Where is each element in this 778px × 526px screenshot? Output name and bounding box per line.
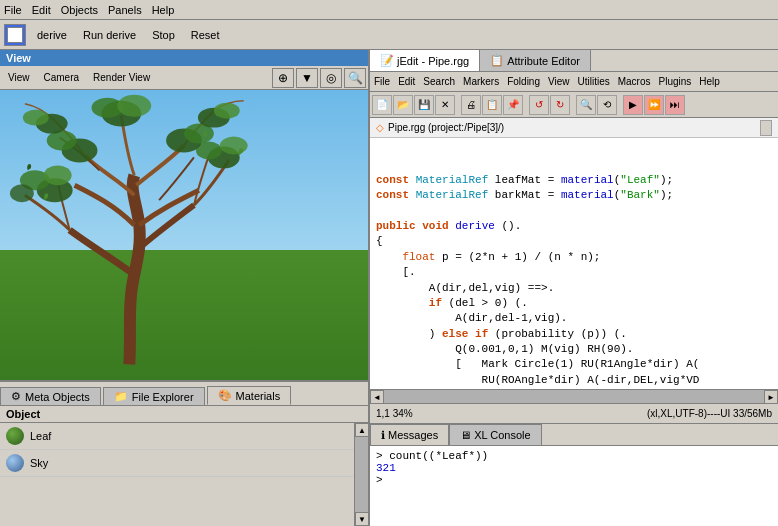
rmenu-macros[interactable]: Macros [618, 76, 651, 87]
search-icon[interactable]: 🔍 [344, 68, 366, 88]
scroll-down-button[interactable]: ▼ [355, 512, 368, 526]
redo-button[interactable]: ↻ [550, 95, 570, 115]
down-icon[interactable]: ▼ [296, 68, 318, 88]
rmenu-view[interactable]: View [548, 76, 570, 87]
console-icon: 🖥 [460, 429, 471, 441]
rmenu-markers[interactable]: Markers [463, 76, 499, 87]
tab-meta-objects[interactable]: ⚙ Meta Objects [0, 387, 101, 405]
status-bar: 1,1 34% (xl,XL,UTF-8)----UI 33/56Mb [370, 403, 778, 423]
objects-list-inner: Leaf Sky [0, 423, 354, 526]
right-toolbar: 📄 📂 💾 ✕ 🖨 📋 📌 ↺ ↻ 🔍 ⟲ ▶ ⏩ ⏭ [370, 92, 778, 118]
leaf-sphere-icon [6, 427, 24, 445]
tab-attribute-editor[interactable]: 📋 Attribute Editor [480, 50, 591, 71]
console-line-3: > [376, 474, 772, 486]
objects-list: Leaf Sky ▲ ▼ [0, 423, 368, 526]
right-panel: 📝 jEdit - Pipe.rgg 📋 Attribute Editor Fi… [370, 50, 778, 526]
meta-objects-icon: ⚙ [11, 390, 21, 403]
status-encoding: (xl,XL,UTF-8)----UI 33/56Mb [647, 408, 772, 419]
list-item[interactable]: Sky [0, 450, 354, 477]
toolbar-separator-3 [571, 95, 575, 115]
code-editor[interactable]: const MaterialRef leafMat = material("Le… [370, 138, 778, 389]
attr-editor-icon: 📋 [490, 54, 504, 67]
toolbar-separator-2 [524, 95, 528, 115]
derive-button[interactable]: derive [32, 26, 72, 44]
main-toolbar: derive Run derive Stop Reset [0, 20, 778, 50]
sky-label: Sky [30, 457, 48, 469]
tab-xl-console[interactable]: 🖥 XL Console [449, 424, 541, 445]
save-file-button[interactable]: 💾 [414, 95, 434, 115]
rmenu-edit[interactable]: Edit [398, 76, 415, 87]
objects-header: Object [0, 406, 368, 423]
view-nav-camera[interactable]: Camera [38, 70, 86, 85]
stop-button[interactable]: Stop [147, 26, 180, 44]
jedit-tab-icon: 📝 [380, 54, 394, 67]
svg-point-6 [220, 137, 248, 155]
rmenu-folding[interactable]: Folding [507, 76, 540, 87]
debug-button[interactable]: ⏩ [644, 95, 664, 115]
close-file-button[interactable]: ✕ [435, 95, 455, 115]
run-button[interactable]: ▶ [623, 95, 643, 115]
undo-button[interactable]: ↺ [529, 95, 549, 115]
menu-help[interactable]: Help [152, 4, 175, 16]
horizontal-scrollbar[interactable]: ◄ ► [370, 389, 778, 403]
rmenu-plugins[interactable]: Plugins [659, 76, 692, 87]
left-tab-bar: ⚙ Meta Objects 📁 File Explorer 🎨 Materia… [0, 382, 368, 406]
viewport-canvas [0, 90, 368, 380]
scroll-right-button[interactable]: ► [764, 390, 778, 404]
file-path-scroll[interactable] [760, 120, 772, 136]
menu-objects[interactable]: Objects [61, 4, 98, 16]
status-position: 1,1 34% [376, 408, 637, 419]
tab-file-explorer[interactable]: 📁 File Explorer [103, 387, 205, 405]
scroll-track [355, 437, 368, 512]
svg-point-8 [47, 131, 77, 151]
scroll-up-button[interactable]: ▲ [355, 423, 368, 437]
replace-button[interactable]: ⟲ [597, 95, 617, 115]
console-area[interactable]: > count((*Leaf*)) 321 > [370, 446, 778, 526]
materials-icon: 🎨 [218, 389, 232, 402]
search-button[interactable]: 🔍 [576, 95, 596, 115]
tab-jedit[interactable]: 📝 jEdit - Pipe.rgg [370, 50, 480, 71]
menu-file[interactable]: File [4, 4, 22, 16]
run-derive-button[interactable]: Run derive [78, 26, 141, 44]
tab-materials[interactable]: 🎨 Materials [207, 386, 292, 405]
rmenu-search[interactable]: Search [423, 76, 455, 87]
reset-button[interactable]: Reset [186, 26, 225, 44]
sky-sphere-icon [6, 454, 24, 472]
file-explorer-icon: 📁 [114, 390, 128, 403]
open-file-button[interactable]: 📂 [393, 95, 413, 115]
list-item[interactable]: Leaf [0, 423, 354, 450]
view-toolbar: View Camera Render View ⊕ ▼ ◎ 🔍 [0, 66, 368, 90]
view-nav-render[interactable]: Render View [87, 70, 156, 85]
headset-icon[interactable]: ◎ [320, 68, 342, 88]
h-scroll-track [384, 390, 764, 403]
rmenu-file[interactable]: File [374, 76, 390, 87]
rmenu-help[interactable]: Help [699, 76, 720, 87]
diamond-icon: ◇ [376, 122, 384, 133]
paste-button[interactable]: 📌 [503, 95, 523, 115]
new-file-button[interactable]: 📄 [372, 95, 392, 115]
vertical-scrollbar[interactable]: ▲ ▼ [354, 423, 368, 526]
move-icon[interactable]: ⊕ [272, 68, 294, 88]
copy-button[interactable]: 📋 [482, 95, 502, 115]
svg-point-3 [44, 165, 72, 185]
svg-point-10 [23, 110, 49, 126]
view-nav-view[interactable]: View [2, 70, 36, 85]
right-tab-bar: 📝 jEdit - Pipe.rgg 📋 Attribute Editor [370, 50, 778, 72]
tab-messages[interactable]: ℹ Messages [370, 424, 449, 445]
rmenu-utilities[interactable]: Utilities [577, 76, 609, 87]
svg-point-14 [214, 103, 240, 119]
messages-icon: ℹ [381, 429, 385, 442]
save-icon[interactable] [4, 24, 26, 46]
bottom-tab-bar: ℹ Messages 🖥 XL Console [370, 424, 778, 446]
bottom-area: ⚙ Meta Objects 📁 File Explorer 🎨 Materia… [0, 380, 368, 526]
viewport [0, 90, 368, 380]
file-path-bar: ◇ Pipe.rgg (project:/Pipe[3]/) [370, 118, 778, 138]
menu-edit[interactable]: Edit [32, 4, 51, 16]
settings-button[interactable]: ⏭ [665, 95, 685, 115]
menu-panels[interactable]: Panels [108, 4, 142, 16]
svg-point-2 [10, 184, 34, 202]
scroll-left-button[interactable]: ◄ [370, 390, 384, 404]
console-line-1: > count((*Leaf*)) [376, 450, 772, 462]
toolbar-separator-4 [618, 95, 622, 115]
print-button[interactable]: 🖨 [461, 95, 481, 115]
